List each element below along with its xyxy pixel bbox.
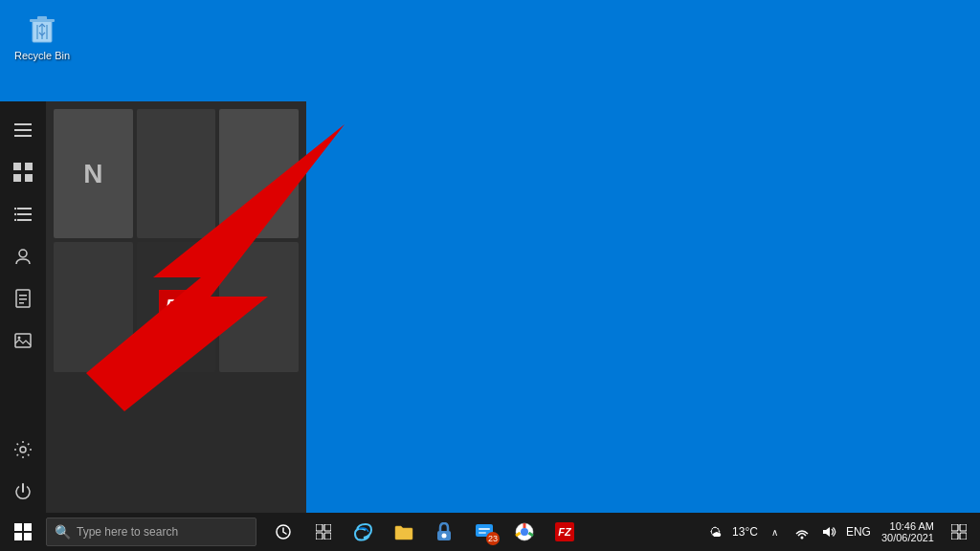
svg-rect-30 <box>14 533 22 540</box>
svg-rect-29 <box>24 523 32 531</box>
search-placeholder-text: Type here to search <box>77 525 178 539</box>
svg-rect-21 <box>19 295 27 297</box>
svg-rect-35 <box>316 533 323 540</box>
chrome-button[interactable] <box>505 513 544 551</box>
desktop: Recycle Bin <box>0 0 980 551</box>
temperature-display[interactable]: 13°C <box>729 525 761 539</box>
taskbar-middle-icons: 23 FZ <box>264 513 584 551</box>
svg-point-18 <box>14 219 16 221</box>
svg-rect-15 <box>17 219 32 221</box>
svg-rect-47 <box>960 524 967 531</box>
hamburger-menu-icon[interactable] <box>0 109 46 151</box>
svg-point-19 <box>19 250 27 257</box>
tile-filezilla[interactable]: FZ FileZilla <box>137 242 216 371</box>
tray-overflow-button[interactable]: ∧ <box>763 513 788 551</box>
task-view-button[interactable] <box>264 513 302 551</box>
filezilla-taskbar-icon: FZ <box>555 522 574 541</box>
svg-rect-13 <box>17 208 32 209</box>
svg-rect-36 <box>324 533 331 540</box>
svg-point-45 <box>800 537 803 540</box>
filezilla-logo: FZ <box>159 290 193 324</box>
start-menu-tiles: N FZ FileZilla <box>46 101 306 513</box>
svg-rect-22 <box>19 298 27 300</box>
svg-point-44 <box>522 529 527 535</box>
tile-blank-1[interactable] <box>137 109 216 238</box>
svg-rect-34 <box>324 524 331 531</box>
taskbar: 🔍 Type here to search <box>0 513 980 551</box>
svg-point-38 <box>442 534 447 539</box>
svg-rect-48 <box>951 533 958 540</box>
svg-rect-40 <box>479 528 490 530</box>
svg-point-26 <box>20 447 26 452</box>
start-menu-sidebar <box>0 101 46 513</box>
language-display[interactable]: ENG <box>843 525 874 539</box>
tile-n[interactable]: N <box>54 109 133 238</box>
clock-time: 10:46 AM <box>890 520 934 532</box>
svg-rect-28 <box>14 523 22 531</box>
svg-rect-8 <box>14 135 32 137</box>
start-menu: N FZ FileZilla <box>0 101 306 513</box>
svg-rect-10 <box>25 163 33 170</box>
svg-rect-14 <box>17 213 32 215</box>
svg-point-25 <box>18 337 21 340</box>
filezilla-taskbar-button[interactable]: FZ <box>546 513 584 551</box>
svg-rect-33 <box>316 524 323 531</box>
all-apps-icon[interactable] <box>0 151 46 193</box>
tile-blank-4[interactable] <box>219 242 299 371</box>
svg-rect-2 <box>37 16 47 20</box>
svg-rect-11 <box>13 174 21 182</box>
svg-rect-9 <box>13 163 21 170</box>
list-icon[interactable] <box>0 193 46 235</box>
clock-date: 30/06/2021 <box>881 532 934 543</box>
widgets-button[interactable] <box>304 513 343 551</box>
tile-filezilla-label: FileZilla <box>141 359 170 368</box>
svg-rect-12 <box>25 174 33 182</box>
svg-point-16 <box>14 208 16 209</box>
messenger-button[interactable]: 23 <box>465 513 503 551</box>
network-icon[interactable] <box>790 513 814 551</box>
notification-center-button[interactable] <box>942 513 976 551</box>
weather-icon[interactable]: 🌤 <box>702 513 727 551</box>
recycle-bin-label: Recycle Bin <box>14 50 70 61</box>
svg-rect-49 <box>960 533 967 540</box>
svg-rect-46 <box>951 524 958 531</box>
start-menu-main: N FZ FileZilla <box>46 101 306 513</box>
tile-blank-2[interactable] <box>219 109 299 238</box>
user-icon[interactable] <box>0 235 46 277</box>
volume-icon[interactable] <box>816 513 841 551</box>
start-button[interactable] <box>0 513 46 551</box>
keepass-button[interactable] <box>425 513 463 551</box>
search-icon: 🔍 <box>55 524 71 540</box>
settings-icon[interactable] <box>0 429 46 471</box>
system-tray: 🌤 13°C ∧ ENG <box>699 513 980 551</box>
documents-icon[interactable] <box>0 277 46 320</box>
svg-point-17 <box>14 213 16 215</box>
search-bar[interactable]: 🔍 Type here to search <box>46 518 256 546</box>
svg-rect-6 <box>14 123 32 125</box>
svg-rect-31 <box>24 533 32 540</box>
messenger-badge: 23 <box>486 532 500 545</box>
file-explorer-button[interactable] <box>385 513 423 551</box>
tile-blank-3[interactable] <box>54 242 133 371</box>
power-icon[interactable] <box>0 471 46 513</box>
clock-display[interactable]: 10:46 AM 30/06/2021 <box>876 513 940 551</box>
svg-rect-7 <box>14 129 32 131</box>
recycle-bin-icon[interactable]: Recycle Bin <box>8 8 77 61</box>
pictures-icon[interactable] <box>0 320 46 362</box>
svg-rect-23 <box>19 302 24 304</box>
edge-button[interactable] <box>345 513 383 551</box>
svg-rect-41 <box>479 532 486 534</box>
